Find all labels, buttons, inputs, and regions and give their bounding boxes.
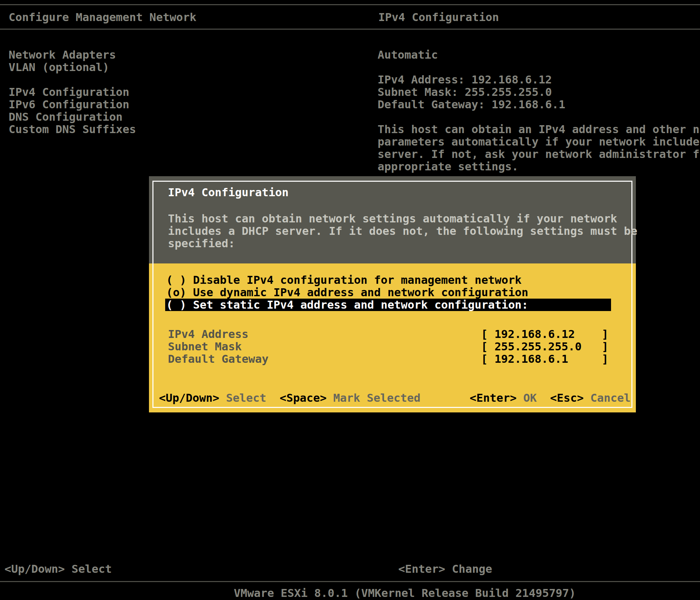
screen-hint-change-action: Change (452, 562, 492, 576)
menu-item-vlan-optional[interactable]: VLAN (optional) (9, 61, 136, 73)
page-title: Configure Management Network (9, 11, 196, 23)
dialog-option-highlighted[interactable]: ( ) Set static IPv4 address and network … (165, 299, 611, 311)
field-row: IPv4 Address[ 192.168.6.12 ] (168, 328, 616, 340)
menu-item-network-adapters[interactable]: Network Adapters (9, 49, 136, 61)
menu-item-ipv4-configuration[interactable]: IPv4 Configuration (9, 86, 136, 98)
field-row: Subnet Mask[ 255.255.255.0 ] (168, 340, 616, 353)
section-title: IPv4 Configuration (378, 11, 499, 23)
footer-version: VMware ESXi 8.0.1 (VMKernel Release Buil… (234, 587, 576, 599)
enter-key-label: <Enter> (398, 562, 445, 576)
right-pane-details: IPv4 Address: 192.168.6.12 Subnet Mask: … (378, 73, 565, 111)
field-value-input[interactable]: [ 255.255.255.0 ] (481, 340, 608, 353)
dialog-option[interactable]: (o) Use dynamic IPv4 address and network… (165, 286, 611, 299)
menu: Network AdaptersVLAN (optional)IPv4 Conf… (9, 49, 136, 136)
hint-action: Mark Selected (327, 391, 420, 404)
dialog-description: This host can obtain network settings au… (168, 212, 637, 250)
screen-hint-change: <Enter> Change (398, 563, 492, 575)
field-value-input[interactable]: [ 192.168.6.12 ] (481, 328, 608, 340)
dialog-hints-right: <Enter> OK <Esc> Cancel (470, 392, 631, 404)
up-down-key-label: <Up/Down> (4, 562, 65, 576)
footer-rule (0, 581, 700, 582)
right-pane-mode: Automatic (378, 49, 438, 61)
dialog-options: ( ) Disable IPv4 configuration for manag… (165, 274, 611, 311)
top-rule (0, 4, 700, 5)
field-label: IPv4 Address (168, 328, 248, 341)
field-row: Default Gateway[ 192.168.6.1 ] (168, 353, 616, 365)
hint-key: <Enter> (470, 391, 517, 404)
menu-gap (9, 73, 136, 86)
field-label: Subnet Mask (168, 340, 242, 353)
menu-item-dns-configuration[interactable]: DNS Configuration (9, 111, 136, 123)
dialog-title: IPv4 Configuration (168, 186, 289, 199)
screen-hint-select: <Up/Down> Select (4, 563, 112, 575)
hint-key: <Up/Down> (159, 391, 219, 404)
dialog-option[interactable]: ( ) Disable IPv4 configuration for manag… (165, 274, 611, 286)
menu-item-ipv6-configuration[interactable]: IPv6 Configuration (9, 98, 136, 111)
dialog-fields: IPv4 Address[ 192.168.6.12 ]Subnet Mask[… (168, 328, 616, 365)
dcui-screen: { "colors": { "background": "#000000", "… (0, 0, 700, 600)
dialog-hints: <Up/Down> Select <Space> Mark Selected <… (149, 392, 636, 404)
field-value-input[interactable]: [ 192.168.6.1 ] (481, 353, 608, 365)
ipv4-configuration-dialog: IPv4 Configuration This host can obtain … (149, 176, 636, 412)
dialog-hints-left: <Up/Down> Select <Space> Mark Selected (159, 392, 420, 404)
menu-item-custom-dns-suffixes[interactable]: Custom DNS Suffixes (9, 123, 136, 136)
hint-key: <Esc> (550, 391, 583, 404)
hint-action: Cancel (584, 391, 631, 404)
hint-action: OK (517, 391, 537, 404)
field-label: Default Gateway (168, 352, 269, 366)
right-pane-description: This host can obtain an IPv4 address and… (378, 123, 699, 173)
hint-key: <Space> (280, 391, 327, 404)
screen-hint-select-action: Select (71, 562, 112, 576)
header-rule (0, 29, 700, 30)
hint-action: Select (219, 391, 266, 404)
